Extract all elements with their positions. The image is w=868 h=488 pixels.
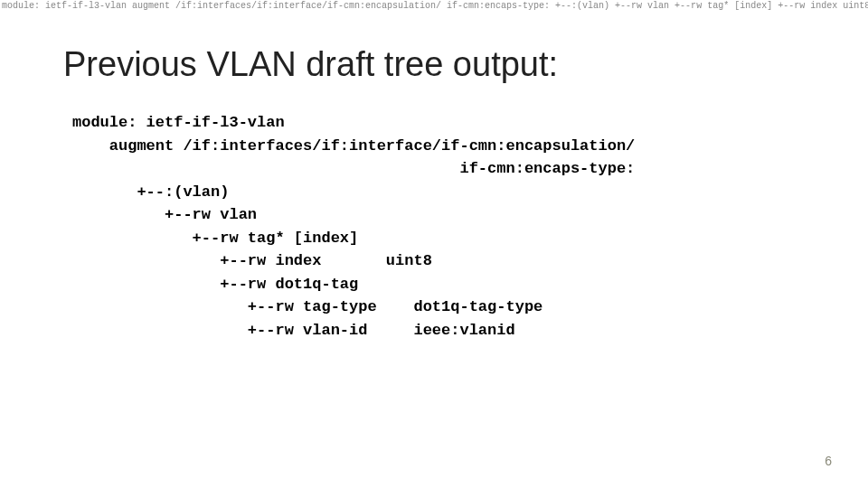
slide-body: Previous VLAN draft tree output: module:… — [0, 27, 868, 488]
page-title: Previous VLAN draft tree output: — [63, 45, 805, 84]
yang-tree-output: module: ietf-if-l3-vlan augment /if:inte… — [72, 111, 805, 342]
header-strip: module: ietf-if-l3-vlan augment /if:inte… — [0, 0, 868, 13]
page-number: 6 — [825, 454, 832, 468]
